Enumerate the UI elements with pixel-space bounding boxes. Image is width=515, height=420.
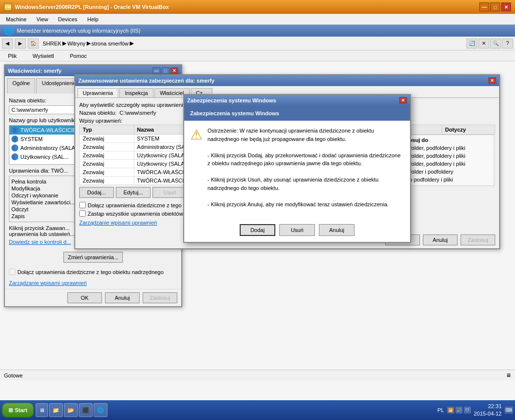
taskbar-item-1[interactable]: 🖥 — [36, 403, 48, 417]
main-window: 🌐 Menedżer internetowych usług informacy… — [0, 25, 515, 400]
dialog-cancel-button[interactable]: Anuluj — [319, 224, 355, 236]
adv-edit-btn[interactable]: Edytuj... — [116, 187, 151, 198]
breadcrumb-shrek[interactable]: SHREK — [43, 41, 61, 47]
taskbar-item-5[interactable]: 🌐 — [94, 403, 107, 417]
dialog-add-button[interactable]: Dodaj — [240, 224, 275, 236]
props-cancel[interactable]: Anuluj — [105, 292, 140, 303]
clock: 22:31 2015-04-12 — [474, 403, 502, 418]
apply-item-0[interactable]: Ten folder, podfoldery i pliki — [398, 144, 492, 152]
learn-more-link[interactable]: Dowiedz sie o kontroli d... — [9, 239, 71, 245]
refresh-button[interactable]: 🔄 — [466, 39, 477, 48]
col-applies: Dotyczy — [442, 125, 495, 135]
dialog-header: Zabezpieczenia systemu Windows — [184, 106, 410, 121]
adv-replace-checkbox[interactable] — [79, 210, 86, 217]
warning-line3: - Kliknij przycisk Usuń, aby usunąć upra… — [207, 177, 378, 191]
user-icon-admins: 👥 — [11, 144, 18, 151]
adv-close[interactable]: ✕ — [488, 77, 496, 84]
adv-tab-uprawnienia[interactable]: Uprawnienia — [77, 88, 118, 97]
security-dialog: Zabezpieczenia systemu Windows ✕ Zabezpi… — [183, 94, 411, 243]
taskbar-right: PL 📶 🔊 🛡 22:31 2015-04-12 ⌨ — [437, 403, 513, 418]
taskbar-item-4[interactable]: ⬛ — [79, 403, 93, 417]
taskbar-icon-3: 📂 — [67, 407, 74, 414]
user-icon-tworca: 👤 — [11, 127, 18, 134]
stop-button[interactable]: ✕ — [478, 39, 489, 48]
warning-section: ⚠ Ostrzeżenie: W razie kontynuacji upraw… — [190, 127, 404, 208]
back-button[interactable]: ◀ — [2, 39, 13, 48]
adv-cancel[interactable]: Anuluj — [423, 234, 458, 245]
menu-devices[interactable]: Devices — [54, 15, 81, 23]
row1-type: Zezwalaj — [80, 135, 134, 143]
minimize-button[interactable]: — — [479, 2, 489, 11]
view-menu[interactable]: Wyświetl — [29, 52, 58, 60]
tab-ogolne[interactable]: Ogólne — [7, 78, 35, 93]
help-nav-button[interactable]: ? — [502, 39, 513, 48]
adv-apply[interactable]: Zastosuj — [461, 234, 495, 245]
dialog-remove-button[interactable]: Usuń — [279, 224, 315, 236]
row6-type: Zezwalaj — [80, 177, 134, 185]
search-button[interactable]: 🔍 — [490, 39, 501, 48]
warning-text: Ostrzeżenie: W razie kontynuacji uprawni… — [207, 127, 404, 208]
maximize-button[interactable]: □ — [490, 2, 500, 11]
props-ok[interactable]: OK — [67, 292, 102, 303]
adv-manage-link[interactable]: Zarządzanie wpisami uprawnień — [79, 220, 157, 226]
taskbar-item-2[interactable]: 📁 — [49, 403, 63, 417]
close-button[interactable]: ✕ — [501, 2, 511, 11]
apply-item-1[interactable]: Ten folder, podfoldery i pliki — [398, 152, 492, 160]
dialog-body: ⚠ Ostrzeżenie: W razie kontynuacji upraw… — [184, 121, 410, 220]
user-name-system: SYSTEM — [20, 136, 43, 142]
file-menu[interactable]: Plik — [4, 52, 21, 60]
home-button[interactable]: 🏠 — [28, 39, 39, 48]
menu-view[interactable]: View — [33, 15, 52, 23]
props-apply[interactable]: Zastosuj — [143, 292, 177, 303]
help-menu[interactable]: Pomoc — [66, 52, 91, 60]
inherit-checkbox[interactable] — [9, 269, 15, 275]
dialog-title-bar: Zabezpieczenia systemu Windows ✕ — [184, 95, 410, 106]
props-minimize[interactable]: — — [153, 67, 160, 74]
row4-type: Zezwalaj — [80, 160, 134, 168]
change-perms-button[interactable]: Zmień uprawnienia... — [63, 252, 123, 263]
breadcrumb-smerfy[interactable]: strona smerfów — [92, 41, 129, 47]
warning-icon: ⚠ — [190, 127, 203, 208]
clock-date: 2015-04-12 — [474, 410, 502, 418]
menu-bar: Machine View Devices Help — [0, 14, 515, 25]
volume-icon: 🔊 — [456, 407, 463, 414]
network-icon: 📶 — [447, 407, 454, 414]
properties-title: Właściwości: smerfy — [8, 68, 61, 74]
adv-inherit-checkbox[interactable] — [79, 202, 86, 208]
taskbar-item-3[interactable]: 📂 — [64, 403, 78, 417]
start-label: Start — [15, 407, 27, 413]
right-control[interactable]: ⌨ — [505, 407, 513, 414]
lang-indicator: PL — [437, 407, 444, 413]
row2-type: Zezwalaj — [80, 143, 134, 151]
apply-item-3[interactable]: Ten folder i podfoldery — [398, 168, 492, 176]
props-maximize[interactable]: □ — [161, 67, 169, 74]
apply-item-4[interactable]: Tylko podfoldery i pliki — [398, 176, 492, 184]
manage-link[interactable]: Zarządzanie wpisami uprawnień — [9, 280, 87, 286]
breadcrumb-witryny[interactable]: Witryny — [67, 41, 86, 47]
taskbar-icon-2: 📁 — [52, 407, 59, 414]
taskbar-icon-4: ⬛ — [82, 407, 89, 414]
col-type: Typ — [80, 125, 134, 135]
breadcrumb: SHREK ▶ Witryny ▶ strona smerfów ▶ — [41, 40, 464, 47]
iis-title: Menedżer internetowych usług informacyjn… — [17, 28, 140, 34]
taskbar-icon-5: 🌐 — [97, 407, 104, 414]
iis-bar: 🌐 Menedżer internetowych usług informacy… — [0, 25, 515, 37]
adv-add-btn[interactable]: Dodaj... — [79, 187, 114, 198]
warning-line1: Ostrzeżenie: W razie kontynuacji uprawni… — [207, 128, 374, 142]
dialog-close[interactable]: ✕ — [399, 97, 407, 104]
forward-button[interactable]: ▶ — [15, 39, 26, 48]
status-text: Gotowe — [4, 373, 23, 378]
adv-object-label: Nazwa obiektu: — [79, 110, 116, 116]
menu-help[interactable]: Help — [83, 15, 103, 23]
menu-machine[interactable]: Machine — [2, 15, 31, 23]
start-button[interactable]: ⊞ Start — [2, 403, 34, 418]
taskbar: ⊞ Start 🖥 📁 📂 ⬛ 🌐 PL 📶 🔊 🛡 22:31 2015-04… — [0, 400, 515, 420]
adv-remove-btn[interactable]: Usuń — [153, 187, 187, 198]
adv-tab-inspekcja[interactable]: Inspekcja — [119, 88, 153, 97]
title-bar: VM WindowsServer2008R2PL [Running] - Ora… — [0, 0, 515, 14]
taskbar-items: 🖥 📁 📂 ⬛ 🌐 — [34, 403, 437, 417]
apply-item-2[interactable]: Ten folder, podfoldery i pliki — [398, 160, 492, 168]
apply-to-header: Zastosuj do — [398, 137, 492, 143]
props-close[interactable]: ✕ — [170, 67, 178, 74]
app-icon: VM — [4, 3, 12, 11]
